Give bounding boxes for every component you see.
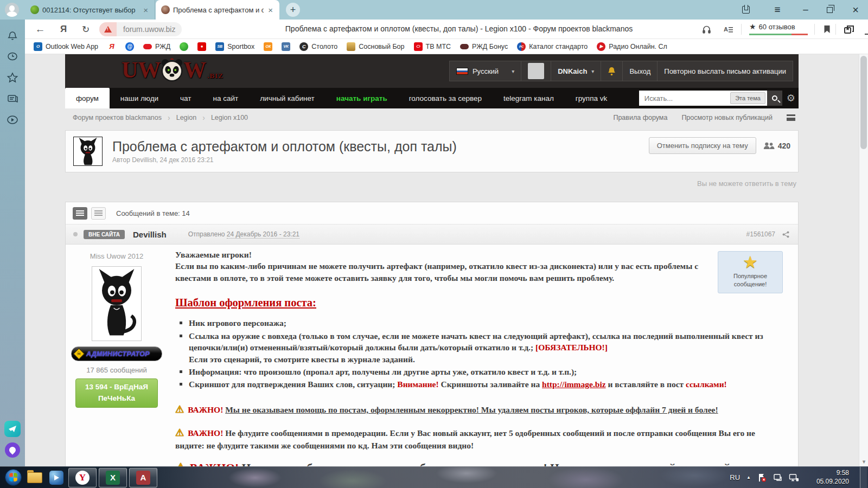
tab-close-icon[interactable]: × [267,5,274,15]
breadcrumb-legion-x100[interactable]: Legion x100 [211,114,248,121]
show-hidden-icons[interactable]: ▲ [746,475,751,480]
nav-forum[interactable]: форум [65,88,110,108]
tab-forum-active[interactable]: Проблема с артефактом и о × [156,0,279,20]
notifications-bell-icon[interactable] [6,29,19,42]
forum-index-icon[interactable] [787,114,795,121]
bookmark-ok[interactable]: ОК [264,42,272,51]
bookmark-rzd-bonus[interactable]: РЖД Бонус [460,43,508,50]
bookmark-sber[interactable] [180,42,188,51]
security-warning-icon[interactable] [99,22,117,36]
post-date-link[interactable]: 24 Декабрь 2016 - 23:21 [227,230,299,239]
share-icon[interactable] [782,231,789,238]
bookmark-stoloto[interactable]: ССтолото [299,42,337,51]
bookmark-flag-icon[interactable] [820,22,833,36]
windows-update-tray-icon[interactable] [773,473,782,482]
history-clock-icon[interactable] [6,50,19,63]
gear-icon[interactable]: ⚙ [787,92,795,104]
uwow-logo[interactable]: UW W .BIZ [122,56,224,84]
user-avatar-box[interactable] [521,61,551,81]
search-button[interactable] [767,91,782,106]
explorer-taskbar-icon[interactable] [24,467,46,488]
tab-panel-button[interactable] [733,0,758,20]
video-play-icon[interactable] [6,113,19,126]
excel-taskbar-button[interactable]: X [99,468,127,487]
mailru-icon: @ [125,42,134,51]
bookmark-mailru[interactable]: @ [125,42,134,51]
language-selector[interactable]: Русский ▾ [449,61,521,81]
view-mode-linear-button[interactable] [91,207,106,220]
new-tab-button[interactable]: + [286,3,300,17]
bookmark-sosnovy-bor[interactable]: Сосновый Бор [347,42,404,51]
headphones-icon[interactable] [699,22,713,36]
tab-close-icon[interactable]: × [142,5,149,15]
post-author[interactable]: Devillish [133,230,167,239]
nav-chat[interactable]: чат [169,88,202,108]
nav-start-playing[interactable]: начать играть [326,88,398,108]
immage-link[interactable]: http://immage.biz [542,380,606,389]
yandex-browser-taskbar-button[interactable]: Y [68,468,97,487]
tab-bugtracker[interactable]: 0012114: Отсутствует выбор × [25,0,155,20]
bookmark-vk[interactable]: VK [282,42,290,51]
media-player-taskbar-icon[interactable] [46,467,67,488]
bookmark-tv-mts[interactable]: ⬭ТВ МТС [414,42,451,51]
nav-vote[interactable]: голосовать за сервер [398,88,493,108]
network-tray-icon[interactable] [789,473,799,482]
restore-button[interactable] [817,0,842,20]
nav-people[interactable]: наши люди [110,88,169,108]
address-bar[interactable]: forum.uwow.biz [99,22,182,36]
start-button[interactable] [2,467,24,488]
resend-activation-button[interactable]: Повторно выслать письмо активации [658,61,793,81]
warning-icon: ⚠ [175,461,186,466]
unsubscribe-button[interactable]: Отменить подписку на тему [649,137,756,154]
logout-button[interactable]: Выход [623,61,658,81]
browser-menu-button[interactable]: ≡ [765,0,790,20]
search-input[interactable] [643,94,730,103]
search-scope-button[interactable]: Эта тема [730,92,765,104]
alice-assistant-icon[interactable] [5,442,20,458]
bookmark-catalog[interactable]: РСКаталог стандарто [517,42,588,51]
minimize-button[interactable]: – [793,0,818,20]
forum-rules-link[interactable]: Правила форума [613,114,667,121]
author-avatar[interactable] [92,266,142,341]
nav-site[interactable]: на сайт [202,88,250,108]
action-center-flag-icon[interactable] [757,473,767,482]
language-indicator[interactable]: RU [730,473,740,481]
yandex-icon: Я [107,42,116,51]
nav-telegram[interactable]: telegram канал [493,88,565,108]
search-box[interactable]: Эта тема [639,91,767,106]
reader-mode-icon[interactable]: A [721,22,735,36]
download-icon[interactable]: ↓ [865,24,868,35]
favorites-star-icon[interactable] [6,71,19,84]
show-desktop-button[interactable] [860,467,867,488]
page-scrollbar[interactable]: ▾ [859,54,868,466]
refresh-button[interactable]: ↻ [78,22,93,36]
bookmark-yandex[interactable]: Я [107,42,116,51]
new-posts-link[interactable]: Просмотр новых публикаций [681,114,773,121]
access-taskbar-button[interactable]: A [129,468,157,487]
bookmark-radio[interactable]: ▶Радио Онлайн. Сл [597,42,667,51]
breadcrumb-legion[interactable]: Legion [176,114,197,121]
reputation-button[interactable]: 13 594 - ВрЕдНаЯ ПеЧеНьКа [75,378,158,408]
post-id-link[interactable]: #1561067 [746,230,775,238]
browser-profile-avatar[interactable] [5,3,19,17]
feed-icon[interactable] [6,92,19,105]
collections-icon[interactable] [841,22,857,36]
username-menu[interactable]: DNKaich ▾ [551,61,601,81]
bookmark-rzd[interactable]: РЖД [143,43,170,50]
yandex-search-button[interactable]: Я [56,22,71,36]
back-button[interactable]: ← [33,22,48,36]
close-window-button[interactable]: × [843,0,868,20]
scrollbar-thumb[interactable] [860,56,867,149]
notifications-button[interactable] [601,61,623,81]
site-reviews[interactable]: ★ 60 отзывов [749,22,795,31]
view-mode-standard-button[interactable] [73,207,87,220]
bookmark-red-app[interactable]: ● [197,42,206,51]
bookmark-outlook[interactable]: OOutlook Web App [34,42,98,51]
nav-vk-group[interactable]: группа vk [565,88,618,108]
bookmark-sportbox[interactable]: SBSportbox [215,42,254,51]
taskbar-clock[interactable]: 9:58 05.09.2020 [806,469,849,486]
nav-cabinet[interactable]: личный кабинет [249,88,326,108]
breadcrumb-root[interactable]: Форум проектов blackmanos [73,114,162,121]
messenger-icon[interactable] [4,421,21,437]
scroll-down-icon[interactable]: ▾ [859,458,868,465]
